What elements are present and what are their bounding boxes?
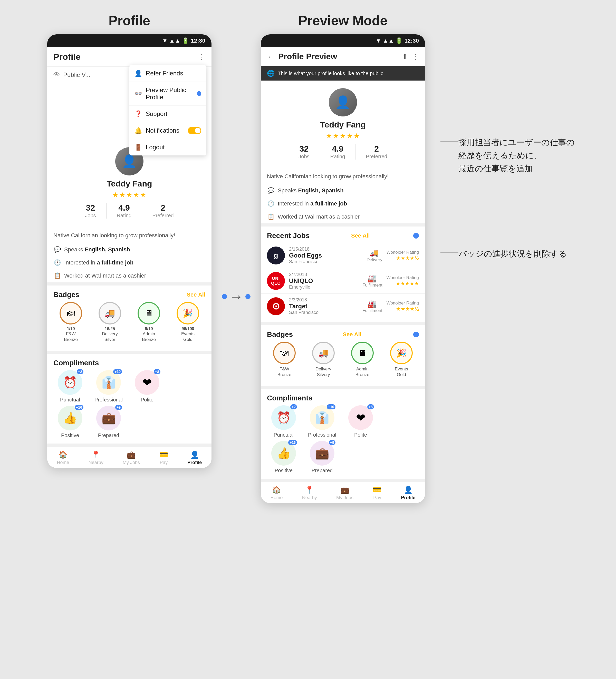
preview-title: Profile Preview <box>278 52 398 61</box>
recent-jobs-title: Recent Jobs <box>267 232 310 240</box>
support-icon: ❓ <box>134 110 142 118</box>
badge-admin-right: 🖥 AdminBronze <box>345 342 380 378</box>
positive-label-left: Positive <box>53 432 87 439</box>
dropdown-refer-friends[interactable]: 👤 Refer Friends <box>129 65 206 82</box>
badge-delivery-right: 🚚 DeliverySilvery <box>306 342 341 378</box>
dropdown-support[interactable]: ❓ Support <box>129 106 206 122</box>
right-phone: ▼ ▲▲ 🔋 12:30 ← Profile Preview ⬆ ⋮ <box>261 34 425 503</box>
professional-emoji-right: 👔 <box>315 411 329 424</box>
compliment-punctual-right: ⏰ +2 Punctual <box>267 405 300 438</box>
notifications-icon: 🔔 <box>134 127 142 134</box>
preferred-number-left: 2 <box>152 203 174 213</box>
job-type-icon-uniqlo: 🏭 <box>362 274 382 283</box>
nav-myjobs-left[interactable]: 💼 My Jobs <box>123 450 140 465</box>
status-bar-left: ▼ ▲▲ 🔋 12:30 <box>47 34 212 47</box>
speech-icon-right: 💬 <box>267 187 275 194</box>
compliment-positive-right: 👍 +16 Positive <box>267 441 300 474</box>
job-company-good-eggs: Good Eggs <box>289 252 362 259</box>
nav-nearby-left[interactable]: 📍 Nearby <box>89 450 103 465</box>
myjobs-icon-right: 💼 <box>340 486 349 494</box>
compliment-positive-left: 👍 +16 Positive <box>53 406 87 439</box>
dropdown-logout[interactable]: 🚪 Logout <box>129 139 206 156</box>
back-button[interactable]: ← <box>267 53 274 61</box>
annotation-block-2: バッジの進捗状況を削除する <box>440 247 579 260</box>
badges-see-all-right[interactable]: See All <box>343 331 361 338</box>
compliment-prepared-circle-left: 💼 +9 <box>96 406 121 430</box>
nav-pay-label-left: Pay <box>160 460 167 465</box>
dot-right <box>245 294 250 299</box>
job-rating-label-good-eggs: Wonoloer Rating <box>387 250 419 255</box>
nav-profile-right[interactable]: 👤 Profile <box>401 486 415 500</box>
job-date-uniqlo: 2/7/2018 <box>289 272 358 277</box>
globe-icon: 🌐 <box>267 70 275 77</box>
nav-nearby-label-right: Nearby <box>302 495 317 500</box>
stats-row-right: 32 Jobs 4.9 Rating 2 Preferred <box>267 144 419 160</box>
eye-icon: 👁 <box>53 71 60 79</box>
stat-preferred-right: 2 Preferred <box>366 144 387 160</box>
status-time-right: 12:30 <box>404 37 419 44</box>
job-date-target: 2/3/2018 <box>289 297 358 303</box>
annotation-text-1: 採用担当者にユーザーの仕事の経歴を伝えるために、最近の仕事覧を追加 <box>458 136 575 175</box>
recent-jobs-see-all[interactable]: See All <box>351 232 370 239</box>
polite-emoji-left: ❤ <box>143 376 152 389</box>
left-column-title: Profile <box>109 13 150 28</box>
compliments-header-right: Compliments <box>261 389 425 405</box>
job-type-label-target: Fulfillment <box>362 308 382 313</box>
professional-badge-right: +10 <box>327 404 335 410</box>
signal-icon-right: ▲▲ <box>383 37 394 44</box>
job-stars-target: ★★★★½ <box>387 306 419 312</box>
wifi-icon-right: ▼ <box>375 37 381 44</box>
nav-home-left[interactable]: 🏠 Home <box>57 450 69 465</box>
status-bar-right: ▼ ▲▲ 🔋 12:30 <box>261 34 425 47</box>
nav-nearby-label-left: Nearby <box>89 460 103 465</box>
nav-pay-left[interactable]: 💳 Pay <box>159 450 168 465</box>
compliment-prepared-left: 💼 +9 Prepared <box>92 406 125 439</box>
more-icon[interactable]: ⋮ <box>412 52 419 61</box>
pay-icon-left: 💳 <box>159 450 168 459</box>
badge-events-right: 🎉 EventsGold <box>384 342 419 378</box>
separator-left-1 <box>47 283 212 286</box>
user-stars-right: ★★★★★ <box>267 132 419 140</box>
separator-right-1 <box>261 223 425 227</box>
profile-icon-right: 👤 <box>404 486 413 494</box>
badge-delivery-circle-left: 🚚 <box>98 302 121 324</box>
user-name-left: Teddy Fang <box>53 179 205 189</box>
job-rating-label-uniqlo: Wonoloer Rating <box>387 275 419 280</box>
rating-number-right: 4.9 <box>330 144 345 154</box>
nav-profile-left[interactable]: 👤 Profile <box>187 450 202 465</box>
dropdown-preview-profile[interactable]: 👓 Preview Public Profile <box>129 82 206 106</box>
share-icon[interactable]: ⬆ <box>402 52 408 61</box>
nav-home-right[interactable]: 🏠 Home <box>271 486 283 500</box>
separator-right-4 <box>261 479 425 482</box>
dot-left <box>222 294 227 299</box>
job-type-icon-target: 🏭 <box>362 300 382 308</box>
badges-header-left: Badges See All <box>47 286 212 302</box>
notifications-toggle[interactable] <box>188 127 201 134</box>
user-name-right: Teddy Fang <box>267 120 419 130</box>
job-good-eggs: g 2/15/2018 Good Eggs San Francisco 🚚 De… <box>261 243 425 268</box>
nav-myjobs-right[interactable]: 💼 My Jobs <box>336 486 353 500</box>
compliment-punctual-circle-left: ⏰ +2 <box>58 370 82 395</box>
job-rating-good-eggs: Wonoloer Rating ★★★★½ <box>387 250 419 261</box>
badge-delivery-name-right: DeliverySilvery <box>306 366 341 378</box>
badges-section-right: Badges See All 🍽 F&WBronze 🚚 <box>261 325 425 383</box>
compliments-row-right: ⏰ +2 Punctual 👔 +10 Professional <box>261 405 425 438</box>
badge-events-circle-left: 🎉 <box>177 302 199 324</box>
badge-fw-name-right: F&WBronze <box>267 366 302 378</box>
dropdown-notifications[interactable]: 🔔 Notifications <box>129 122 206 139</box>
nav-pay-right[interactable]: 💳 Pay <box>373 486 382 500</box>
badge-delivery-name-left: DeliverySilver <box>92 331 127 343</box>
professional-label-right: Professional <box>305 432 339 438</box>
bottom-nav-right: 🏠 Home 📍 Nearby 💼 My Jobs 💳 <box>261 482 425 503</box>
professional-badge-left: +10 <box>113 369 122 374</box>
menu-dots-icon[interactable]: ⋮ <box>198 53 205 61</box>
worked-text-left: Worked at Wal-mart as a cashier <box>64 272 146 279</box>
preview-header: ← Profile Preview ⬆ ⋮ <box>261 47 425 66</box>
punctual-badge-left: +2 <box>77 369 84 374</box>
logout-icon: 🚪 <box>134 144 142 151</box>
avatar-right: 👤 <box>329 88 357 117</box>
nav-nearby-right[interactable]: 📍 Nearby <box>302 486 317 500</box>
badges-see-all-left[interactable]: See All <box>187 291 205 298</box>
compliments-section-left: Compliments ⏰ +2 Punctual 👔 <box>47 354 212 444</box>
speech-icon: 💬 <box>53 246 61 253</box>
